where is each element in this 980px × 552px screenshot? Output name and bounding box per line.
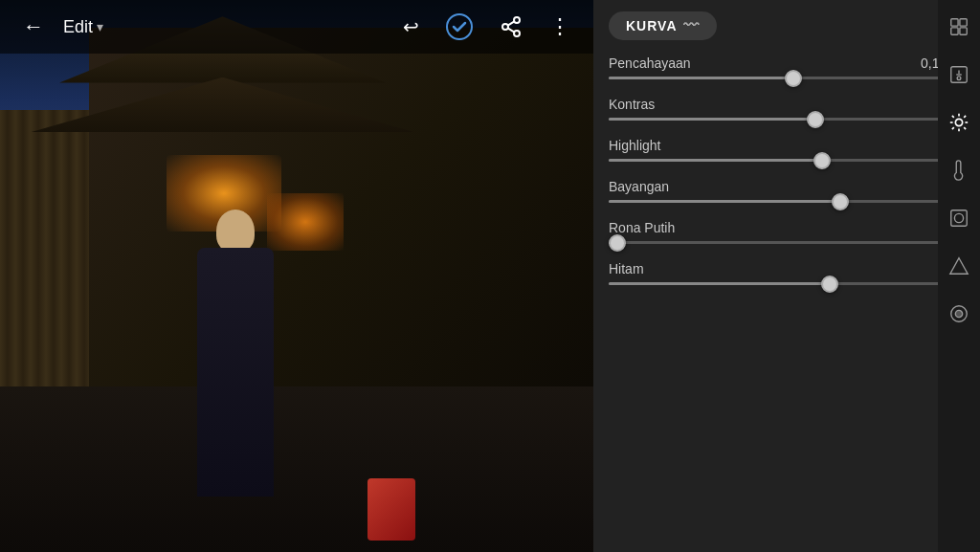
svg-rect-23 xyxy=(951,210,968,227)
edit-panel: KURVA 〰 Pencahayaan 0,10EV Kontras xyxy=(593,0,980,552)
bayangan-track[interactable] xyxy=(609,200,965,203)
highlight-thumb[interactable] xyxy=(813,152,831,169)
photo-panel: ← Edit ▾ ↩ ⋮ xyxy=(0,0,593,552)
rona-putih-track[interactable] xyxy=(609,241,965,244)
svg-point-13 xyxy=(957,77,961,80)
lens-icon[interactable] xyxy=(944,298,974,329)
confirm-icon xyxy=(446,13,473,40)
highlight-label: Highlight xyxy=(609,138,660,153)
contrast-shape-icon[interactable] xyxy=(944,251,974,281)
pencahayaan-thumb[interactable] xyxy=(785,70,802,87)
light-icon[interactable] xyxy=(944,107,974,138)
sliders-container: Pencahayaan 0,10EV Kontras 16 xyxy=(609,55,965,285)
temperature-icon[interactable] xyxy=(944,155,974,186)
top-bar: ← Edit ▾ ↩ ⋮ xyxy=(0,0,593,54)
layers-icon[interactable] xyxy=(944,11,974,42)
kontras-row: Kontras 16 xyxy=(609,97,965,121)
hitam-fill xyxy=(609,282,830,285)
kurva-row: KURVA 〰 xyxy=(609,11,965,40)
share-button[interactable] xyxy=(492,11,530,42)
bayangan-row: Bayangan 40 xyxy=(609,179,965,203)
hitam-header: Hitam 26 xyxy=(609,261,965,276)
rona-putih-label: Rona Putih xyxy=(609,220,675,235)
enhance-icon[interactable] xyxy=(944,59,974,90)
figure-body xyxy=(197,248,274,497)
kurva-label: KURVA xyxy=(626,18,678,33)
highlight-header: Highlight 20 xyxy=(609,138,965,153)
hitam-row: Hitam 26 xyxy=(609,261,965,285)
svg-line-21 xyxy=(952,127,954,129)
pencahayaan-label: Pencahayaan xyxy=(609,55,691,71)
svg-line-22 xyxy=(964,116,966,118)
chevron-down-icon: ▾ xyxy=(97,19,103,34)
rona-putih-row: Rona Putih -100 xyxy=(609,220,965,244)
svg-point-14 xyxy=(955,119,962,125)
bayangan-fill xyxy=(609,200,840,203)
hitam-track[interactable] xyxy=(609,282,965,285)
svg-line-18 xyxy=(964,127,966,129)
pencahayaan-row: Pencahayaan 0,10EV xyxy=(609,55,965,79)
hitam-label: Hitam xyxy=(609,261,644,276)
share-icon xyxy=(500,15,523,38)
kontras-thumb[interactable] xyxy=(807,111,824,128)
edit-text: Edit xyxy=(63,17,93,37)
svg-point-24 xyxy=(954,213,963,222)
luggage xyxy=(368,478,415,541)
svg-rect-7 xyxy=(960,19,967,26)
kontras-track[interactable] xyxy=(609,118,965,121)
highlight-fill xyxy=(609,159,822,162)
photo-scene xyxy=(0,0,593,552)
svg-point-0 xyxy=(447,14,472,39)
right-toolbar xyxy=(938,0,980,552)
svg-line-4 xyxy=(508,21,515,25)
person-figure xyxy=(178,210,293,497)
bayangan-header: Bayangan 40 xyxy=(609,179,965,194)
svg-point-27 xyxy=(955,310,962,317)
svg-line-17 xyxy=(952,116,954,118)
bayangan-label: Bayangan xyxy=(609,179,669,194)
back-button[interactable]: ← xyxy=(15,11,52,43)
hitam-thumb[interactable] xyxy=(821,276,838,293)
pencahayaan-track[interactable] xyxy=(609,77,965,79)
highlight-row: Highlight 20 xyxy=(609,138,965,162)
svg-rect-8 xyxy=(951,28,958,34)
svg-marker-25 xyxy=(950,258,968,275)
kontras-label: Kontras xyxy=(609,97,655,112)
kurva-button[interactable]: KURVA 〰 xyxy=(609,11,717,40)
kurva-wave-icon: 〰 xyxy=(683,17,700,34)
undo-button[interactable]: ↩ xyxy=(395,11,427,42)
rona-putih-header: Rona Putih -100 xyxy=(609,220,965,235)
ground xyxy=(0,386,593,552)
highlight-track[interactable] xyxy=(609,159,965,162)
svg-rect-6 xyxy=(951,19,958,26)
figure-head xyxy=(216,210,255,253)
confirm-button[interactable] xyxy=(438,10,480,44)
rona-putih-thumb[interactable] xyxy=(609,234,626,252)
svg-line-5 xyxy=(508,28,515,32)
more-button[interactable]: ⋮ xyxy=(542,11,578,43)
pencahayaan-fill xyxy=(609,77,793,79)
vignette-icon[interactable] xyxy=(944,203,974,233)
pencahayaan-header: Pencahayaan 0,10EV xyxy=(609,55,965,71)
kontras-fill xyxy=(609,118,815,121)
edit-label: Edit ▾ xyxy=(63,17,103,37)
bayangan-thumb[interactable] xyxy=(832,193,849,210)
kontras-header: Kontras 16 xyxy=(609,97,965,112)
svg-rect-9 xyxy=(960,28,967,34)
edit-panel-content: KURVA 〰 Pencahayaan 0,10EV Kontras xyxy=(593,0,980,552)
